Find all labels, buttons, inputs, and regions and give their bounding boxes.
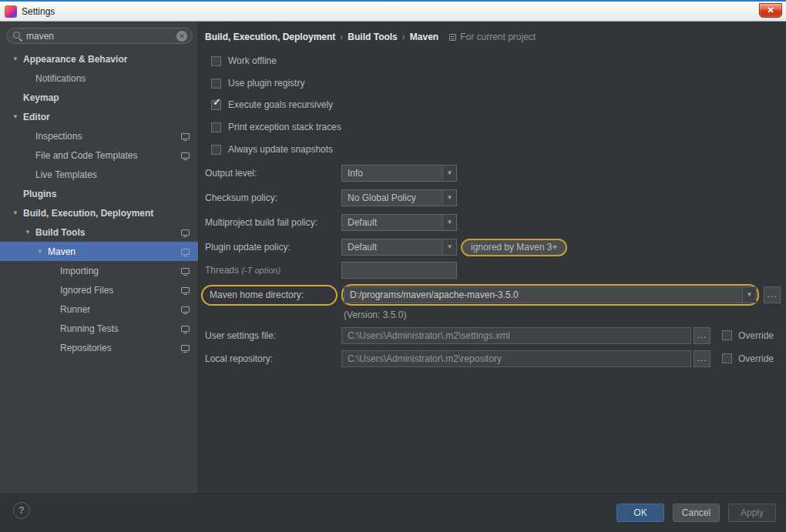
local-repository-browse-button[interactable]: ...: [694, 350, 710, 367]
sidebar-item-notifications[interactable]: Notifications: [0, 69, 198, 88]
titlebar: Settings ✕: [0, 2, 786, 22]
breadcrumb-build-tools[interactable]: Build Tools: [348, 32, 397, 42]
user-settings-override-label[interactable]: Override: [738, 327, 774, 344]
sidebar-item-repositories[interactable]: Repositories: [0, 338, 198, 357]
chevron-down-icon[interactable]: ▼: [11, 209, 23, 216]
clear-search-icon[interactable]: ✕: [176, 31, 187, 42]
chevron-down-icon[interactable]: ▼: [23, 229, 35, 236]
always-update-snapshots-checkbox[interactable]: [211, 145, 221, 155]
sidebar-item-inspections[interactable]: Inspections: [0, 126, 198, 146]
apply-button[interactable]: Apply: [728, 504, 776, 522]
sidebar-item-label: Build, Execution, Deployment: [23, 208, 153, 219]
chevron-down-icon[interactable]: ▼: [11, 55, 23, 62]
sidebar-item-runner[interactable]: Runner: [0, 299, 198, 319]
sidebar-item-label: Build Tools: [35, 227, 85, 238]
checksum-policy-dropdown[interactable]: No Global Policy ▼: [341, 189, 457, 206]
output-level-value: Info: [342, 166, 442, 181]
breadcrumb-maven[interactable]: Maven: [410, 32, 438, 42]
close-button[interactable]: ✕: [759, 3, 782, 18]
execute-goals-recursively-checkbox[interactable]: [211, 100, 221, 110]
chevron-down-icon[interactable]: ▼: [35, 248, 48, 255]
dialog-footer: ? OK Cancel Apply: [0, 494, 786, 532]
chevron-down-icon[interactable]: ▼: [442, 190, 456, 206]
sidebar-item-editor[interactable]: ▼ Editor: [0, 107, 198, 126]
checksum-policy-label: Checksum policy:: [205, 189, 277, 206]
user-settings-browse-button[interactable]: ...: [694, 327, 710, 344]
breadcrumb-separator-icon: ›: [402, 32, 405, 42]
sidebar-item-importing[interactable]: Importing: [0, 261, 198, 280]
work-offline-checkbox[interactable]: [211, 56, 221, 66]
sidebar-item-build-execution-deployment[interactable]: ▼ Build, Execution, Deployment: [0, 203, 198, 223]
sidebar-item-label: Ignored Files: [60, 285, 113, 296]
sidebar-item-build-tools[interactable]: ▼ Build Tools: [0, 223, 198, 242]
plugin-update-policy-dropdown[interactable]: Default ▼: [341, 239, 457, 256]
project-settings-icon: [181, 306, 190, 313]
sidebar-item-label: Live Templates: [35, 169, 97, 180]
threads-label-text: Threads: [205, 265, 239, 276]
checkbox-label[interactable]: Work offline: [228, 55, 277, 66]
checkbox-label[interactable]: Use plugin registry: [228, 78, 304, 89]
sidebar-item-keymap[interactable]: Keymap: [0, 88, 198, 107]
settings-tree: ▼ Appearance & Behavior Notifications Ke…: [0, 44, 198, 357]
checkbox-row-always-update-snapshots: Always update snapshots: [211, 142, 333, 157]
sidebar-item-maven[interactable]: ▼ Maven: [0, 242, 198, 261]
scope-note-label: For current project: [460, 32, 536, 42]
checkbox-label[interactable]: Print exception stack traces: [228, 122, 341, 132]
sidebar-item-label: Runner: [60, 304, 90, 315]
settings-search-box[interactable]: ✕: [6, 28, 193, 44]
checkbox-label[interactable]: Execute goals recursively: [228, 99, 333, 110]
sidebar-item-label: Plugins: [23, 189, 56, 199]
chevron-down-icon[interactable]: ▼: [11, 113, 23, 120]
sidebar-item-file-code-templates[interactable]: File and Code Templates: [0, 146, 198, 165]
ok-button[interactable]: OK: [616, 504, 664, 522]
project-settings-icon: [181, 345, 190, 351]
local-repository-field[interactable]: C:\Users\Administrator\.m2\repository: [341, 350, 691, 367]
local-repository-override-checkbox[interactable]: [722, 353, 732, 363]
breadcrumb-build-execution-deployment[interactable]: Build, Execution, Deployment: [205, 32, 335, 42]
chevron-down-icon[interactable]: ▼: [442, 215, 456, 230]
maven-home-directory-value: D:/programs/maven/apache-maven-3.5.0: [344, 287, 742, 303]
chevron-down-icon[interactable]: ▼: [442, 166, 456, 181]
search-input[interactable]: [26, 31, 176, 42]
user-settings-override-checkbox[interactable]: [722, 330, 732, 340]
threads-input[interactable]: [341, 262, 457, 279]
multiproject-build-fail-policy-value: Default: [342, 215, 442, 230]
plugin-update-policy-label: Plugin update policy:: [205, 239, 291, 256]
sidebar-item-label: Importing: [60, 266, 99, 276]
sidebar-item-label: Running Tests: [60, 323, 119, 334]
chevron-down-icon[interactable]: ▼: [742, 287, 756, 303]
maven-home-highlight: D:/programs/maven/apache-maven-3.5.0 ▼: [341, 284, 759, 306]
checkbox-row-print-exception-stack-traces: Print exception stack traces: [211, 119, 341, 135]
sidebar-item-appearance-behavior[interactable]: ▼ Appearance & Behavior: [0, 49, 198, 69]
search-icon: [13, 32, 22, 40]
multiproject-build-fail-policy-dropdown[interactable]: Default ▼: [341, 214, 457, 231]
checkbox-label[interactable]: Always update snapshots: [228, 144, 333, 155]
sidebar-item-running-tests[interactable]: Running Tests: [0, 319, 198, 338]
cancel-button[interactable]: Cancel: [673, 504, 720, 522]
sidebar-item-label: Keymap: [23, 92, 59, 103]
help-button[interactable]: ?: [13, 502, 30, 519]
sidebar-item-label: Appearance & Behavior: [23, 54, 127, 65]
local-repository-override-label[interactable]: Override: [738, 350, 774, 367]
project-settings-icon: [181, 287, 190, 293]
sidebar-item-label: Maven: [48, 246, 76, 257]
maven-home-browse-button[interactable]: ...: [764, 286, 781, 303]
scope-note: For current project: [449, 32, 536, 42]
checkbox-row-execute-goals-recursively: Execute goals recursively: [211, 97, 333, 112]
breadcrumb-separator-icon: ›: [340, 32, 343, 42]
sidebar-item-label: Repositories: [60, 343, 112, 353]
project-settings-icon: [181, 268, 190, 274]
print-exception-stack-traces-checkbox[interactable]: [211, 122, 221, 132]
user-settings-file-field[interactable]: C:\Users\Administrator\.m2\settings.xml: [341, 327, 691, 344]
local-repository-value: C:\Users\Administrator\.m2\repository: [348, 353, 502, 364]
ignored-by-maven-badge: ignored by Maven 3+: [461, 239, 567, 256]
use-plugin-registry-checkbox[interactable]: [211, 79, 221, 89]
sidebar-item-ignored-files[interactable]: Ignored Files: [0, 280, 198, 299]
sidebar-item-plugins[interactable]: Plugins: [0, 184, 198, 203]
chevron-down-icon[interactable]: ▼: [442, 239, 456, 255]
maven-home-directory-combobox[interactable]: D:/programs/maven/apache-maven-3.5.0 ▼: [344, 286, 757, 303]
sidebar-item-live-templates[interactable]: Live Templates: [0, 165, 198, 184]
output-level-dropdown[interactable]: Info ▼: [341, 165, 457, 182]
checkbox-row-work-offline: Work offline: [211, 53, 277, 69]
project-settings-icon: [181, 229, 190, 236]
